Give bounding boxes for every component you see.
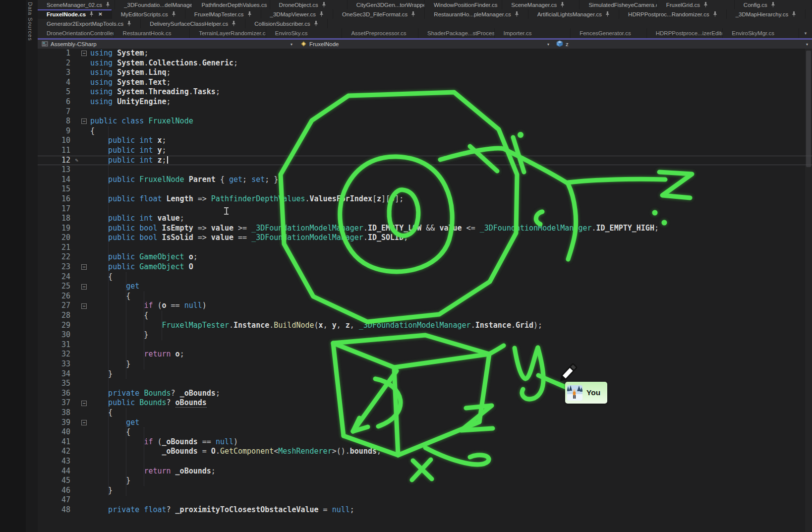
code-line[interactable]: 18 public int value; <box>38 214 812 224</box>
code-editor[interactable]: 1−using System;2using System.Collections… <box>38 49 812 532</box>
fold-marker[interactable]: − <box>81 303 87 309</box>
tab-scenemanager-cs[interactable]: SceneManager.cs <box>502 0 580 9</box>
pin-icon[interactable] <box>322 2 326 7</box>
tab-shaderpackage-stprocessor-cs[interactable]: ShaderPackage...stProcessor.cs <box>418 28 495 38</box>
code-line[interactable]: 27− if (o == null) <box>38 301 812 311</box>
tab-myeditorscripts-cs[interactable]: MyEditorScripts.cs <box>112 9 185 19</box>
code-line[interactable]: 1−using System; <box>38 49 812 59</box>
code-line[interactable]: 12✎ public int z; <box>38 156 812 166</box>
code-line[interactable]: 16 public float Length => PathfinderDept… <box>38 194 812 204</box>
tab-fruxelnode-cs[interactable]: FruxelNode.cs✕ <box>38 9 112 19</box>
pin-icon[interactable] <box>172 11 176 17</box>
code-line[interactable]: 47 <box>38 495 812 505</box>
pin-icon[interactable] <box>771 2 775 7</box>
pin-icon[interactable] <box>515 11 519 17</box>
tab-enviroskymgr-cs[interactable]: EnviroSkyMgr.cs <box>723 28 799 38</box>
code-line[interactable]: 5using System.Threading.Tasks; <box>38 87 812 97</box>
tab-onesec3d-fileformat-cs[interactable]: OneSec3D_FileFormat.cs <box>333 9 425 19</box>
pin-icon[interactable] <box>127 21 131 26</box>
pin-icon[interactable] <box>247 11 252 17</box>
code-line[interactable]: 9{ <box>38 126 812 136</box>
tab-fruxelmaptester-cs[interactable]: FruxelMapTester.cs <box>185 9 261 19</box>
tab-citygen3dgen-torwrapper-cs[interactable]: CityGen3DGen...torWrapper.cs <box>348 0 425 9</box>
code-line[interactable]: 23− public GameObject O <box>38 262 812 272</box>
code-line[interactable]: 19 public bool IsEmpty => value >= _3DFo… <box>38 224 812 234</box>
code-line[interactable]: 35 <box>38 379 812 389</box>
breadcrumb-member-dropdown[interactable]: ▾ <box>547 40 549 49</box>
tab-envirosky-cs[interactable]: EnviroSky.cs <box>266 28 343 38</box>
tab-fencesgenerator-cs[interactable]: FencesGenerator.cs <box>571 28 647 38</box>
code-line[interactable]: 44 return _oBounds; <box>38 467 812 476</box>
pin-icon[interactable] <box>89 11 94 17</box>
pin-icon[interactable] <box>605 11 610 17</box>
tab-simulatedfisheyecamera-cs[interactable]: SimulatedFisheyeCamera.cs <box>580 0 657 9</box>
code-line[interactable]: 45 } <box>38 476 812 486</box>
code-line[interactable]: 20 public bool IsSolid => value == _3DFo… <box>38 233 812 243</box>
pin-icon[interactable] <box>106 2 110 7</box>
tab-deliverysurfaceclasshelper-cs[interactable]: DeliverySurfaceClassHelper.cs <box>141 19 245 28</box>
tab-assetpreprocessor-cs[interactable]: AssetPreprocessor.cs <box>342 28 418 38</box>
code-line[interactable]: 48 private float? _proximityToClosestObs… <box>38 505 812 515</box>
tab-fruxelgrid-cs[interactable]: FruxelGrid.cs <box>657 0 735 9</box>
code-line[interactable]: 41 if (_oBounds == null) <box>38 437 812 447</box>
pin-icon[interactable] <box>703 2 708 7</box>
code-line[interactable]: 33 } <box>38 359 812 369</box>
code-line[interactable]: 22 public GameObject o; <box>38 252 812 262</box>
tab-restauranthook-cs[interactable]: RestaurantHook.cs <box>114 28 190 38</box>
fold-marker[interactable]: − <box>81 118 87 124</box>
tab-collisionsubscriber-cs[interactable]: CollisionSubscriber.cs <box>245 19 328 28</box>
code-line[interactable]: 37− public Bounds? oBounds <box>38 398 812 408</box>
tab-terrainlayerrandomizer-cs[interactable]: TerrainLayerRandomizer.cs <box>190 28 266 38</box>
pin-icon[interactable] <box>560 2 565 7</box>
tool-tab-data-sources[interactable]: Data Sources <box>27 2 33 41</box>
code-line[interactable]: 14 public FruxelNode Parent { get; set; … <box>38 175 812 185</box>
code-line[interactable]: 30 } <box>38 330 812 340</box>
tab-overflow-chevron-icon[interactable]: ▾ <box>799 28 812 38</box>
code-line[interactable]: 31 <box>38 340 812 350</box>
tab-droneorientationcontroller-cs[interactable]: DroneOrientationController.cs <box>38 28 114 38</box>
tab-importer-cs[interactable]: Importer.cs <box>495 28 571 38</box>
code-line[interactable]: 25− get <box>38 282 812 292</box>
code-line[interactable]: 43 <box>38 457 812 467</box>
code-line[interactable]: 24 { <box>38 272 812 282</box>
code-line[interactable]: 34 } <box>38 369 812 379</box>
pin-icon[interactable] <box>314 21 318 26</box>
code-line[interactable]: 3using System.Linq; <box>38 68 812 78</box>
fold-marker[interactable]: − <box>81 420 87 425</box>
code-line[interactable]: 36 private Bounds? _oBounds; <box>38 389 812 399</box>
pin-icon[interactable] <box>232 21 236 26</box>
code-line[interactable]: 21 <box>38 243 812 253</box>
tab-droneobject-cs[interactable]: DroneObject.cs <box>270 0 348 9</box>
tab-artificiallightsmanager-cs[interactable]: ArtificialLightsManager.cs <box>528 9 619 19</box>
pin-icon[interactable] <box>792 11 796 17</box>
breadcrumb-member[interactable]: z <box>556 40 569 49</box>
tab--3dfoundatio-delmanager-cs[interactable]: _3DFoundatio...delManager.cs <box>115 0 192 9</box>
breadcrumb-scroll[interactable]: ▾ <box>806 40 808 49</box>
pin-icon[interactable] <box>713 11 717 17</box>
code-line[interactable]: 2using System.Collections.Generic; <box>38 59 812 68</box>
tab-restaurantho-plemanager-cs[interactable]: RestaurantHo...pleManager.cs <box>425 9 528 19</box>
tab-generator2exportmaptools-cs[interactable]: Generator2ExportMapTools.cs <box>38 19 141 28</box>
code-line[interactable]: 40 { <box>38 427 812 437</box>
pin-icon[interactable] <box>319 11 324 17</box>
code-line[interactable]: 15 <box>38 184 812 194</box>
code-line[interactable]: 29 FruxelMapTester.Instance.BuildNode(x,… <box>38 321 812 331</box>
code-line[interactable]: 17 <box>38 204 812 214</box>
code-line[interactable]: 28 { <box>38 311 812 321</box>
pin-icon[interactable] <box>411 11 415 17</box>
code-line[interactable]: 4using System.Text; <box>38 78 812 88</box>
breadcrumb-project-dropdown[interactable]: ▾ <box>290 40 292 49</box>
breadcrumb-type[interactable]: FruxelNode <box>300 40 339 49</box>
code-line[interactable]: 11 public int y; <box>38 146 812 156</box>
code-line[interactable]: 32 return o; <box>38 350 812 359</box>
close-icon[interactable]: ✕ <box>98 11 102 17</box>
code-line[interactable]: 38 { <box>38 408 812 418</box>
tab--3dmapviewer-cs[interactable]: _3DMapViewer.cs <box>261 9 333 19</box>
fold-marker[interactable]: − <box>81 51 87 56</box>
tab-hdrppostproc-randomizer-cs[interactable]: HDRPPostproc...Randomizer.cs <box>619 9 727 19</box>
code-line[interactable]: 8−public class FruxelNode <box>38 117 812 126</box>
code-line[interactable]: 46 } <box>38 486 812 496</box>
code-line[interactable]: 10 public int x; <box>38 136 812 146</box>
fold-marker[interactable]: − <box>81 264 87 270</box>
breadcrumb-project[interactable]: Assembly-CSharp <box>42 40 97 49</box>
